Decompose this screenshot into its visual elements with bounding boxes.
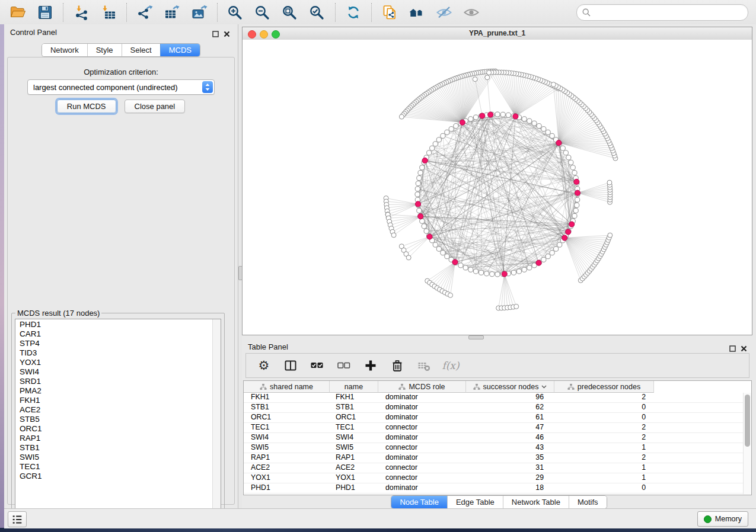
mcds-result-item[interactable]: RAP1 bbox=[15, 434, 212, 443]
table-row-SWI4[interactable]: SWI4SWI4dominator462 bbox=[244, 433, 743, 443]
mcds-result-item[interactable]: TID3 bbox=[15, 348, 212, 358]
show-all-button[interactable] bbox=[462, 4, 480, 21]
zoom-in-button[interactable] bbox=[227, 4, 244, 21]
mcds-hub-node[interactable] bbox=[566, 229, 571, 235]
mcds-result-item[interactable]: PMA2 bbox=[15, 386, 212, 396]
memory-button[interactable]: Memory bbox=[697, 511, 748, 527]
cell-predecessor-nodes: 2 bbox=[554, 393, 654, 402]
column-header-shared-name[interactable]: shared name bbox=[244, 381, 330, 393]
add-row-button[interactable] bbox=[362, 357, 379, 374]
mcds-hub-node[interactable] bbox=[422, 158, 428, 163]
export-image-button[interactable] bbox=[190, 4, 208, 21]
delete-rows-icon bbox=[391, 359, 404, 372]
open-file-button[interactable] bbox=[9, 4, 27, 21]
mcds-result-item[interactable]: SWI4 bbox=[15, 367, 212, 377]
mcds-hub-node[interactable] bbox=[536, 260, 541, 265]
column-header-MCDS-role[interactable]: MCDS role bbox=[378, 381, 466, 393]
network-canvas[interactable] bbox=[243, 40, 752, 335]
table-row-ORC1[interactable]: ORC1ORC1dominator610 bbox=[244, 413, 743, 423]
tab-mcds[interactable]: MCDS bbox=[160, 44, 200, 56]
mcds-result-item[interactable]: YOX1 bbox=[15, 358, 212, 367]
mcds-result-item[interactable]: ACE2 bbox=[15, 405, 212, 415]
table-row-PHD1[interactable]: PHD1PHD1dominator180 bbox=[244, 483, 743, 493]
mcds-result-item[interactable]: STP4 bbox=[15, 339, 212, 348]
hide-selected-button[interactable] bbox=[435, 4, 453, 21]
mcds-hub-node[interactable] bbox=[427, 234, 432, 239]
mcds-result-item[interactable]: FKH1 bbox=[15, 396, 212, 405]
table-row-SWI5[interactable]: SWI5SWI5connector431 bbox=[244, 443, 743, 453]
tab-node-table[interactable]: Node Table bbox=[391, 496, 447, 508]
search-input[interactable] bbox=[591, 8, 748, 17]
table-tabs: Node TableEdge TableNetwork TableMotifs bbox=[242, 495, 756, 509]
close-panel-icon[interactable] bbox=[224, 29, 230, 40]
mcds-hub-node[interactable] bbox=[569, 222, 575, 227]
optimization-criterion-select[interactable]: largest connected component (undirected) bbox=[27, 79, 215, 95]
tab-select[interactable]: Select bbox=[122, 44, 160, 56]
table-row-STB1[interactable]: STB1STB1dominator620 bbox=[244, 403, 743, 413]
column-header-successor-nodes[interactable]: successor nodes bbox=[466, 381, 554, 393]
table-row-TEC1[interactable]: TEC1TEC1connector472 bbox=[244, 423, 743, 433]
first-neighbors-button[interactable] bbox=[408, 4, 426, 21]
export-table-button[interactable] bbox=[163, 4, 181, 21]
mcds-result-item[interactable]: SRD1 bbox=[15, 377, 212, 386]
export-network-button[interactable] bbox=[136, 4, 154, 21]
mcds-list-scrollbar[interactable] bbox=[212, 319, 221, 518]
columns-button[interactable] bbox=[282, 357, 299, 374]
column-header-predecessor-nodes[interactable]: predecessor nodes bbox=[554, 381, 654, 393]
table-row-FKH1[interactable]: FKH1FKH1dominator962 bbox=[244, 393, 743, 403]
zoom-out-button[interactable] bbox=[254, 4, 272, 21]
cell-shared-name: STB1 bbox=[244, 403, 330, 412]
mcds-hub-node[interactable] bbox=[574, 179, 579, 184]
table-scrollbar[interactable] bbox=[743, 393, 751, 494]
mcds-hub-node[interactable] bbox=[418, 214, 423, 219]
search-box[interactable] bbox=[576, 4, 748, 21]
mcds-hub-node[interactable] bbox=[575, 190, 580, 196]
close-panel-button[interactable]: Close panel bbox=[125, 100, 186, 113]
mcds-result-item[interactable]: STB5 bbox=[15, 415, 212, 424]
zoom-fit-content-button[interactable] bbox=[281, 4, 299, 21]
mcds-result-item[interactable]: CAR1 bbox=[15, 329, 212, 339]
import-network-button[interactable] bbox=[72, 4, 90, 21]
run-mcds-button[interactable]: Run MCDS bbox=[57, 100, 116, 113]
column-header-name[interactable]: name bbox=[330, 381, 378, 393]
table-scrollbar-thumb[interactable] bbox=[745, 395, 750, 447]
tab-edge-table[interactable]: Edge Table bbox=[447, 496, 503, 508]
mcds-result-item[interactable]: GCR1 bbox=[15, 472, 212, 481]
settings-button[interactable]: ⚙ bbox=[256, 357, 272, 374]
mcds-hub-node[interactable] bbox=[502, 271, 507, 277]
tab-network[interactable]: Network bbox=[42, 44, 87, 56]
mcds-buttons-row: Run MCDS Close panel bbox=[8, 100, 234, 113]
mcds-result-item[interactable]: ORC1 bbox=[15, 424, 212, 434]
table-row-YOX1[interactable]: YOX1YOX1connector291 bbox=[244, 473, 743, 483]
network-graph[interactable] bbox=[243, 40, 751, 334]
table-row-RAP1[interactable]: RAP1RAP1dominator352 bbox=[244, 453, 743, 463]
mcds-hub-node[interactable] bbox=[488, 112, 493, 117]
select-all-button[interactable] bbox=[309, 357, 326, 374]
task-history-button[interactable] bbox=[8, 511, 27, 527]
import-table-button[interactable] bbox=[100, 4, 117, 21]
deselect-all-icon bbox=[337, 359, 350, 372]
tab-style[interactable]: Style bbox=[87, 44, 122, 56]
deselect-all-button[interactable] bbox=[336, 357, 352, 374]
mcds-hub-node[interactable] bbox=[562, 235, 567, 241]
mcds-result-listbox[interactable]: PHD1CAR1STP4TID3YOX1SWI4SRD1PMA2FKH1ACE2… bbox=[15, 319, 221, 518]
float-panel-icon[interactable] bbox=[212, 29, 219, 40]
delete-rows-button[interactable] bbox=[389, 357, 406, 374]
mcds-hub-node[interactable] bbox=[556, 140, 562, 146]
mcds-hub-node[interactable] bbox=[513, 114, 518, 119]
zoom-selected-button[interactable] bbox=[308, 4, 326, 21]
mcds-result-item[interactable]: TEC1 bbox=[15, 462, 212, 472]
save-session-button[interactable] bbox=[36, 4, 54, 21]
tab-network-table[interactable]: Network Table bbox=[503, 496, 569, 508]
mcds-result-item[interactable]: STB1 bbox=[15, 443, 212, 453]
mcds-hub-node[interactable] bbox=[480, 113, 485, 118]
refresh-view-button[interactable] bbox=[344, 4, 362, 21]
tab-motifs[interactable]: Motifs bbox=[569, 496, 607, 508]
duplicate-network-button[interactable] bbox=[381, 4, 398, 21]
table-row-ACE2[interactable]: ACE2ACE2connector311 bbox=[244, 463, 743, 473]
mcds-hub-node[interactable] bbox=[415, 201, 420, 207]
mcds-hub-node[interactable] bbox=[452, 259, 458, 265]
mcds-hub-node[interactable] bbox=[460, 120, 465, 125]
mcds-result-item[interactable]: PHD1 bbox=[15, 320, 212, 329]
mcds-result-item[interactable]: SWI5 bbox=[15, 453, 212, 462]
